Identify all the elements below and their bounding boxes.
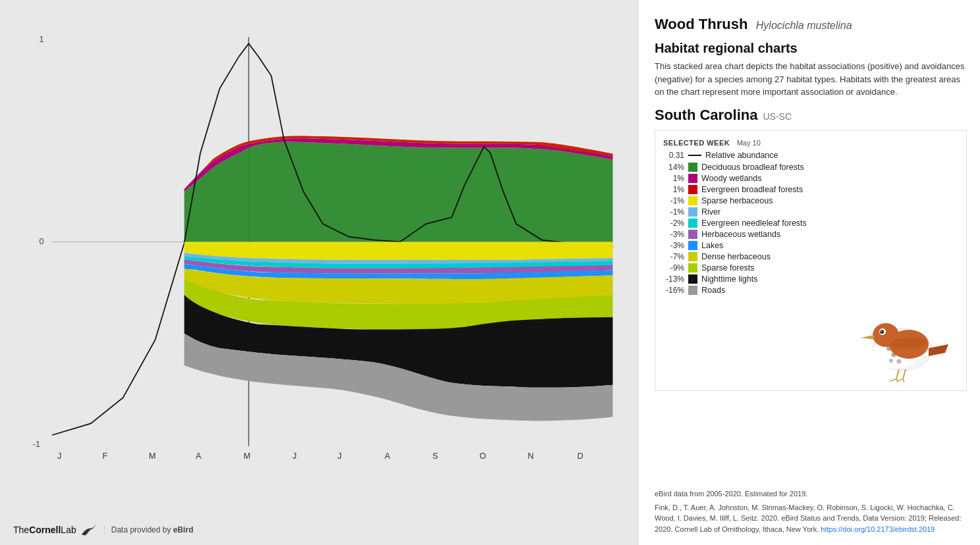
- x-label-f: F: [102, 451, 107, 461]
- x-label-s: S: [432, 451, 437, 461]
- legend-label-1: Woody wetlands: [701, 174, 762, 183]
- sparse-herbaceous-area: [184, 242, 613, 259]
- y-axis-bottom: -1: [33, 439, 40, 449]
- x-label-a: A: [196, 451, 202, 461]
- legend-label-5: Evergreen needleleaf forests: [701, 219, 807, 228]
- x-label-j3: J: [338, 451, 342, 461]
- chart-title: Habitat regional charts: [655, 41, 967, 56]
- legend-pct-0: 14%: [663, 163, 684, 172]
- bird-illustration: [846, 290, 958, 385]
- x-label-j2: J: [292, 451, 296, 461]
- legend-label-2: Evergreen broadleaf forests: [701, 185, 803, 194]
- region-header: South Carolina US-SC: [655, 107, 967, 124]
- legend-label-11: Roads: [701, 286, 725, 295]
- legend-swatch-2: [688, 185, 697, 194]
- abundance-line-swatch: [688, 155, 701, 156]
- legend-pct-1: 1%: [663, 174, 684, 183]
- legend-label-8: Dense herbaceous: [701, 252, 771, 261]
- data-credit-text: Data provided by eBird: [111, 525, 194, 534]
- x-label-m1: M: [149, 451, 156, 461]
- legend-item-8: -7%Dense herbaceous: [663, 252, 958, 261]
- selected-week-date: May 10: [737, 139, 761, 147]
- legend-pct-8: -7%: [663, 252, 684, 261]
- legend-item-abundance: 0.31 Relative abundance: [663, 151, 958, 160]
- x-label-m2: M: [244, 451, 251, 461]
- legend-item-0: 14%Deciduous broadleaf forests: [663, 163, 958, 172]
- y-axis-zero: 0: [40, 236, 44, 246]
- legend-label-6: Herbaceous wetlands: [701, 230, 780, 239]
- legend-item-9: -9%Sparse forests: [663, 263, 958, 272]
- x-label-d: D: [578, 451, 584, 461]
- abundance-label: Relative abundance: [705, 151, 778, 160]
- legend-label-7: Lakes: [701, 241, 723, 250]
- species-latin-name: Hylocichla mustelina: [756, 20, 852, 31]
- svg-point-18: [881, 330, 882, 332]
- svg-line-19: [896, 369, 899, 379]
- selected-week-box: SELECTED WEEK May 10 0.31 Relative abund…: [655, 130, 967, 391]
- legend-pct-2: 1%: [663, 185, 684, 194]
- x-label-n: N: [528, 451, 533, 461]
- legend-pct-10: -13%: [663, 274, 684, 284]
- legend-items-list: 14%Deciduous broadleaf forests1%Woody we…: [663, 163, 958, 295]
- svg-line-23: [896, 379, 903, 381]
- legend-swatch-1: [688, 174, 697, 183]
- legend-label-9: Sparse forests: [701, 263, 755, 272]
- x-label-o: O: [479, 451, 486, 461]
- svg-point-13: [897, 359, 902, 363]
- legend-swatch-5: [688, 219, 697, 228]
- legend-pct-6: -3%: [663, 230, 684, 239]
- legend-pct-9: -9%: [663, 263, 684, 272]
- legend-item-4: -1%River: [663, 207, 958, 217]
- legend-pct-7: -3%: [663, 241, 684, 250]
- legend-swatch-8: [688, 252, 697, 261]
- legend-swatch-3: [688, 196, 697, 205]
- region-name: South Carolina: [655, 107, 757, 124]
- species-common-name: Wood Thrush: [655, 16, 748, 32]
- legend-swatch-9: [688, 263, 697, 272]
- legend-item-3: -1%Sparse herbaceous: [663, 196, 958, 205]
- legend-swatch-0: [688, 163, 697, 172]
- legend-swatch-7: [688, 241, 697, 250]
- data-note: eBird data from 2005-2020. Estimated for…: [655, 488, 967, 500]
- svg-line-24: [903, 379, 904, 382]
- chart-description: This stacked area chart depicts the habi…: [655, 60, 967, 99]
- legend-pct-4: -1%: [663, 207, 684, 217]
- svg-line-21: [890, 379, 896, 381]
- legend-swatch-11: [688, 286, 697, 295]
- legend-label-4: River: [701, 207, 721, 217]
- deciduous-area: [184, 142, 613, 242]
- doi-link[interactable]: https://doi.org/10.2173/ebirdst.2019: [821, 525, 935, 533]
- legend-pct-5: -2%: [663, 219, 684, 228]
- cornell-footer: TheCornellLab Data provided by eBird: [13, 523, 193, 537]
- legend-item-2: 1%Evergreen broadleaf forests: [663, 185, 958, 194]
- legend-item-5: -2%Evergreen needleleaf forests: [663, 219, 958, 228]
- y-axis-top: 1: [40, 34, 44, 44]
- cornell-logo-text: TheCornellLab: [13, 525, 76, 535]
- info-panel: Wood Thrush Hylocichla mustelina Habitat…: [639, 0, 980, 545]
- species-header: Wood Thrush Hylocichla mustelina: [655, 16, 967, 33]
- footer-area: eBird data from 2005-2020. Estimated for…: [655, 483, 967, 534]
- legend-item-6: -3%Herbaceous wetlands: [663, 230, 958, 239]
- legend-pct-3: -1%: [663, 196, 684, 205]
- chart-panel: 1 0 -1: [0, 0, 639, 545]
- x-label-a2: A: [385, 451, 391, 461]
- legend-pct-11: -16%: [663, 286, 684, 295]
- svg-point-17: [880, 330, 884, 334]
- legend-item-1: 1%Woody wetlands: [663, 174, 958, 183]
- legend-item-7: -3%Lakes: [663, 241, 958, 250]
- svg-point-12: [889, 359, 893, 363]
- x-label-j1: J: [57, 451, 61, 461]
- region-code: US-SC: [763, 111, 792, 122]
- cornell-bird-logo: [79, 523, 97, 537]
- selected-week-label: SELECTED WEEK: [663, 139, 730, 147]
- legend-list: 0.31 Relative abundance: [663, 151, 958, 160]
- legend-item-10: -13%Nighttime lights: [663, 274, 958, 284]
- legend-swatch-10: [688, 274, 697, 284]
- legend-label-0: Deciduous broadleaf forests: [701, 163, 804, 172]
- svg-line-20: [903, 369, 906, 379]
- legend-swatch-6: [688, 230, 697, 239]
- legend-swatch-4: [688, 207, 697, 217]
- legend-label-3: Sparse herbaceous: [701, 196, 773, 205]
- legend-label-10: Nighttime lights: [701, 274, 757, 284]
- abundance-value: 0.31: [663, 151, 684, 160]
